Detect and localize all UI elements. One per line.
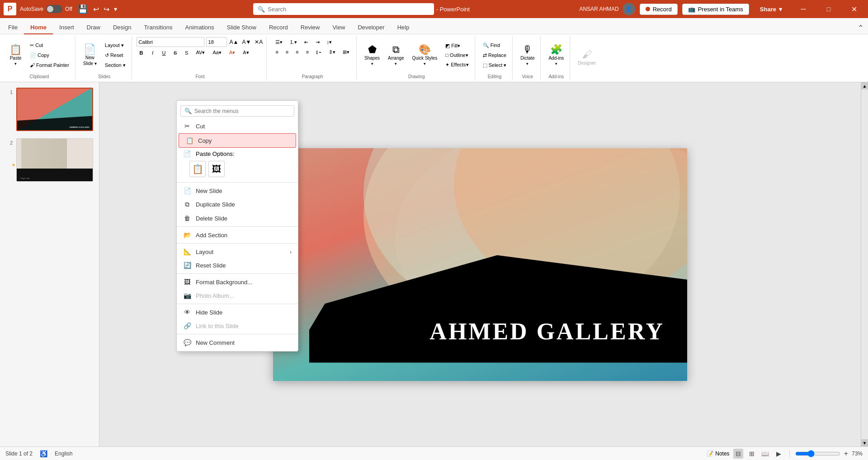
tab-record[interactable]: Record — [263, 21, 294, 34]
arrange-button[interactable]: ⧉ Arrange ▾ — [385, 43, 407, 68]
font-family-input[interactable] — [137, 37, 204, 47]
tab-review[interactable]: Review — [294, 21, 326, 34]
tab-insert[interactable]: Insert — [53, 21, 80, 34]
tab-transitions[interactable]: Transitions — [137, 21, 179, 34]
present-teams-button[interactable]: 📺 Present in Teams — [682, 4, 749, 15]
find-button[interactable]: 🔍 Find — [480, 41, 510, 50]
scroll-up-button[interactable]: ▲ — [861, 82, 868, 89]
addins-button[interactable]: 🧩 Add-ins ▾ — [545, 43, 567, 68]
copy-button[interactable]: 📄 Copy — [27, 51, 72, 60]
tab-slideshow[interactable]: Slide Show — [221, 21, 263, 34]
context-new-comment[interactable]: 💬 New Comment — [177, 336, 298, 349]
reset-button[interactable]: ↺ Reset — [102, 51, 129, 60]
font-size-input[interactable] — [206, 37, 227, 47]
normal-view-button[interactable]: ⊟ — [733, 449, 743, 459]
designer-button[interactable]: 🖌 Designer — [575, 48, 599, 67]
context-duplicate-slide[interactable]: ⧉ Duplicate Slide — [177, 197, 298, 211]
tab-developer[interactable]: Developer — [351, 21, 391, 34]
tab-draw[interactable]: Draw — [80, 21, 107, 34]
context-new-slide[interactable]: 📄 New Slide — [177, 184, 298, 197]
align-right-button[interactable]: ≡ — [292, 48, 302, 56]
slide-thumb-2[interactable]: 2 ★ Project Inte... — [4, 136, 95, 183]
numbering-button[interactable]: 1.▾ — [287, 38, 300, 47]
paste-option-1[interactable]: 📋 — [189, 161, 206, 177]
align-left-button[interactable]: ≡ — [272, 48, 281, 56]
increase-indent-button[interactable]: ⇥ — [312, 38, 323, 47]
paste-option-2[interactable]: 🖼 — [208, 161, 225, 177]
ribbon-collapse-button[interactable]: ⌃ — [855, 22, 866, 34]
search-input[interactable] — [268, 6, 429, 13]
tab-view[interactable]: View — [326, 21, 351, 34]
zoom-plus-button[interactable]: + — [844, 450, 848, 458]
maximize-button[interactable]: □ — [818, 0, 839, 18]
slide-sorter-button[interactable]: ⊞ — [747, 449, 757, 459]
share-button[interactable]: Share ▾ — [754, 4, 788, 14]
context-search-input[interactable] — [194, 108, 290, 114]
tab-design[interactable]: Design — [107, 21, 137, 34]
cut-button[interactable]: ✂ Cut — [27, 41, 72, 50]
right-scrollbar[interactable]: ▲ ▼ — [861, 82, 868, 446]
select-button[interactable]: ⬚ Select ▾ — [480, 61, 510, 70]
shadow-button[interactable]: S — [182, 49, 192, 57]
tab-help[interactable]: Help — [391, 21, 416, 34]
align-center-button[interactable]: ≡ — [283, 48, 292, 56]
context-format-background[interactable]: 🖼 Format Background... — [177, 275, 298, 289]
italic-button[interactable]: I — [148, 49, 158, 57]
shapes-button[interactable]: ⬟ Shapes ▾ — [361, 43, 383, 68]
shape-outline-button[interactable]: □ Outline▾ — [442, 51, 472, 60]
underline-button[interactable]: U — [159, 49, 169, 57]
columns-button[interactable]: ⫿▾ — [313, 48, 325, 56]
slide-thumb-1[interactable]: 1 AHMED GALLERY — [4, 86, 95, 133]
decrease-indent-button[interactable]: ⇤ — [301, 38, 311, 47]
context-cut[interactable]: ✂ Cut — [177, 119, 298, 133]
new-slide-button[interactable]: 📄 New Slide ▾ — [80, 42, 100, 68]
case-button[interactable]: Aa▾ — [209, 48, 224, 57]
text-direction-button[interactable]: ⇕▾ — [326, 48, 339, 56]
context-layout[interactable]: 📐 Layout › — [177, 245, 298, 258]
context-delete-slide[interactable]: 🗑 Delete Slide — [177, 211, 298, 225]
section-button[interactable]: Section ▾ — [102, 61, 129, 70]
autosave-toggle[interactable] — [46, 5, 62, 13]
save-button[interactable]: 💾 — [78, 4, 88, 14]
zoom-slider[interactable] — [795, 450, 840, 457]
dictate-button[interactable]: 🎙 Dictate ▾ — [517, 43, 538, 68]
notes-button[interactable]: 📝 Notes — [707, 451, 729, 457]
line-spacing-button[interactable]: ↕▾ — [324, 38, 335, 47]
format-painter-button[interactable]: 🖌 Format Painter — [27, 61, 72, 69]
layout-button[interactable]: Layout ▾ — [102, 41, 129, 50]
bullets-button[interactable]: ☰▾ — [272, 38, 286, 47]
context-add-section[interactable]: 📂 Add Section — [177, 228, 298, 242]
redo-button[interactable]: ↪ — [102, 4, 111, 14]
avatar[interactable]: 👤 — [623, 3, 635, 15]
reading-view-button[interactable]: 📖 — [760, 449, 770, 459]
minimize-button[interactable]: ─ — [793, 0, 814, 18]
paste-button[interactable]: 📋 Paste ▾ — [6, 43, 25, 68]
customize-button[interactable]: ▾ — [112, 5, 119, 14]
clear-format-button[interactable]: ✕A — [254, 38, 264, 46]
decrease-font-button[interactable]: A▼ — [241, 38, 252, 46]
bold-button[interactable]: B — [137, 49, 146, 57]
strikethrough-button[interactable]: S — [170, 49, 180, 57]
close-button[interactable]: ✕ — [844, 0, 864, 18]
context-copy[interactable]: 📋 Copy — [179, 133, 296, 148]
scroll-down-button[interactable]: ▼ — [861, 439, 868, 446]
shape-effects-button[interactable]: ✦ Effects▾ — [442, 61, 472, 69]
increase-font-button[interactable]: A▲ — [229, 38, 240, 46]
undo-button[interactable]: ↩ — [91, 4, 101, 14]
context-reset-slide[interactable]: 🔄 Reset Slide — [177, 258, 298, 272]
scroll-track[interactable] — [861, 89, 868, 439]
char-spacing-button[interactable]: AV▾ — [193, 48, 208, 57]
shape-fill-button[interactable]: ◩ Fill▾ — [442, 42, 472, 50]
accessibility-icon[interactable]: ♿ — [40, 450, 47, 457]
smart-art-button[interactable]: ⊞▾ — [340, 48, 353, 56]
tab-file[interactable]: File — [2, 21, 24, 34]
font-color-button[interactable]: A▾ — [226, 48, 238, 57]
tab-home[interactable]: Home — [24, 21, 53, 34]
justify-button[interactable]: ≡ — [303, 48, 312, 56]
highlight-button[interactable]: A▾ — [240, 48, 252, 57]
replace-button[interactable]: ⇄ Replace — [480, 51, 510, 60]
context-hide-slide[interactable]: 👁 Hide Slide — [177, 305, 298, 319]
presenter-view-button[interactable]: ▶ — [774, 449, 784, 459]
record-button[interactable]: Record — [640, 4, 678, 15]
quick-styles-button[interactable]: 🎨 Quick Styles ▾ — [409, 43, 441, 68]
